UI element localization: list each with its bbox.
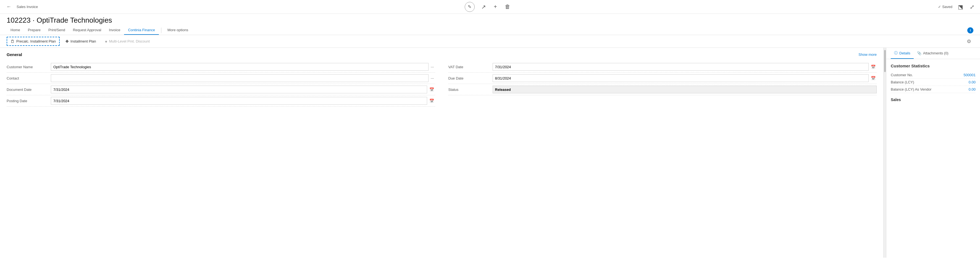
top-bar: ← Sales Invoice ✎ ↗ + 🗑 ✓ Saved ⬔ ⤢ (0, 0, 980, 14)
attachments-tab-label: Attachments (0) (923, 51, 948, 55)
tab-home[interactable]: Home (6, 26, 24, 35)
customer-statistics-title: Customer Statistics (891, 64, 975, 68)
calendar-icon-4: 📅 (871, 76, 875, 80)
precalc-installment-plan-button[interactable]: 🗒 Precalc. Installment Plan (6, 37, 60, 46)
stat-row-customer-no: Customer No. 500001 (891, 72, 975, 79)
multi-level-icon: ● (105, 39, 108, 44)
tab-print-send[interactable]: Print/Send (45, 26, 69, 35)
add-icon: + (494, 3, 497, 10)
form-right-column: VAT Date 📅 Due Date 📅 (449, 61, 877, 107)
balance-lcy-vendor-label: Balance (LCY) As Vendor (891, 87, 931, 91)
precalc-icon: 🗒 (11, 39, 14, 44)
form-row-contact: Contact ··· (6, 73, 435, 84)
sub-action-bar: 🗒 Precalc. Installment Plan ❖ Installmen… (0, 35, 980, 48)
customer-no-label: Customer No. (891, 73, 913, 77)
calendar-icon-3: 📅 (871, 65, 875, 69)
edit-icon: ✎ (468, 4, 471, 10)
info-icon: i (967, 27, 974, 33)
show-more-button[interactable]: Show more (858, 52, 877, 57)
fullscreen-button[interactable]: ⤢ (969, 3, 975, 11)
tab-more-options[interactable]: More options (164, 26, 192, 35)
settings-icon: ⚙ (967, 39, 971, 44)
tab-invoice[interactable]: Invoice (105, 26, 124, 35)
tab-request-approval[interactable]: Request Approval (69, 26, 105, 35)
form-row-document-date: Document Date 📅 (6, 84, 435, 95)
due-date-input[interactable] (493, 74, 869, 82)
posting-date-cal-button[interactable]: 📅 (428, 98, 435, 103)
edit-button[interactable]: ✎ (465, 2, 475, 12)
contact-dots-button[interactable]: ··· (430, 75, 435, 81)
attachments-icon: 📎 (917, 51, 921, 55)
customer-name-input[interactable] (51, 63, 428, 71)
saved-text: Saved (942, 5, 952, 9)
page-label: Sales Invoice (17, 5, 38, 9)
posting-date-label: Posting Date (6, 99, 51, 103)
form-row-posting-date: Posting Date 📅 (6, 95, 435, 107)
main-layout: General Show more Customer Name ··· (0, 48, 980, 258)
balance-lcy-value[interactable]: 0.00 (969, 80, 975, 84)
multi-level-label: Multi-Level Pmt. Discount (109, 39, 150, 43)
settings-icon-button[interactable]: ⚙ (964, 37, 974, 46)
customer-no-value[interactable]: 500001 (964, 73, 975, 77)
page-title-row: 102223 · OptiTrade Technologies (0, 14, 980, 26)
calendar-icon-2: 📅 (430, 99, 434, 103)
status-input (493, 86, 877, 93)
customer-name-dots-button[interactable]: ··· (430, 64, 435, 70)
scroll-thumb (884, 50, 886, 72)
vat-date-value: 📅 (493, 63, 877, 71)
add-button[interactable]: + (493, 3, 498, 11)
right-panel-content: Customer Statistics Customer No. 500001 … (886, 59, 980, 258)
form-row-vat-date: VAT Date 📅 (449, 61, 877, 73)
multi-level-pmt-discount-button: ● Multi-Level Pmt. Discount (102, 37, 153, 45)
fullscreen-icon: ⤢ (970, 3, 974, 10)
vat-date-input[interactable] (493, 63, 869, 71)
page-title: 102223 · OptiTrade Technologies (6, 16, 974, 25)
installment-label: Installment Plan (70, 39, 96, 43)
saved-label: ✓ Saved (938, 5, 952, 9)
delete-button[interactable]: 🗑 (504, 3, 511, 11)
left-panel: General Show more Customer Name ··· (0, 48, 883, 258)
section-title: General (6, 52, 22, 57)
right-panel-tabs: ⓘ Details 📎 Attachments (0) (886, 48, 980, 59)
share-button[interactable]: ↗ (480, 3, 487, 11)
document-date-cal-button[interactable]: 📅 (428, 87, 435, 92)
customer-name-label: Customer Name (6, 65, 51, 69)
precalc-label: Precalc. Installment Plan (16, 39, 56, 43)
due-date-value: 📅 (493, 74, 877, 82)
installment-plan-button[interactable]: ❖ Installment Plan (62, 37, 99, 46)
document-date-input[interactable] (51, 86, 427, 93)
stat-row-balance-lcy-vendor: Balance (LCY) As Vendor 0.00 (891, 86, 975, 93)
status-label: Status (449, 87, 493, 92)
customer-name-value: ··· (51, 63, 435, 71)
posting-date-input[interactable] (51, 97, 427, 105)
tab-attachments[interactable]: 📎 Attachments (0) (914, 48, 952, 59)
form-left-column: Customer Name ··· Contact ··· (6, 61, 435, 107)
status-value (493, 86, 877, 93)
installment-icon: ❖ (65, 39, 69, 44)
contact-label: Contact (6, 76, 51, 80)
contact-input[interactable] (51, 74, 428, 82)
document-date-value: 📅 (51, 86, 435, 93)
scroll-bar[interactable] (883, 48, 886, 258)
tab-continia-finance[interactable]: Continia Finance (124, 26, 159, 35)
vat-date-cal-button[interactable]: 📅 (870, 64, 877, 70)
due-date-cal-button[interactable]: 📅 (870, 75, 877, 81)
contact-value: ··· (51, 74, 435, 82)
balance-lcy-label: Balance (LCY) (891, 80, 914, 84)
section-header: General Show more (6, 52, 877, 57)
balance-lcy-vendor-value[interactable]: 0.00 (969, 87, 975, 91)
tab-prepare[interactable]: Prepare (24, 26, 45, 35)
expand-icon: ⬔ (958, 3, 963, 10)
share-icon: ↗ (481, 3, 486, 10)
calendar-icon: 📅 (430, 87, 434, 92)
back-button[interactable]: ← (5, 3, 13, 11)
expand-button[interactable]: ⬔ (957, 3, 964, 11)
posting-date-value: 📅 (51, 97, 435, 105)
top-bar-right: ✓ Saved ⬔ ⤢ (938, 3, 975, 11)
nav-divider (161, 28, 161, 33)
document-date-label: Document Date (6, 87, 51, 92)
details-icon: ⓘ (894, 51, 898, 56)
sales-title: Sales (891, 97, 975, 102)
tab-details[interactable]: ⓘ Details (891, 48, 914, 59)
form-row-status: Status (449, 84, 877, 95)
